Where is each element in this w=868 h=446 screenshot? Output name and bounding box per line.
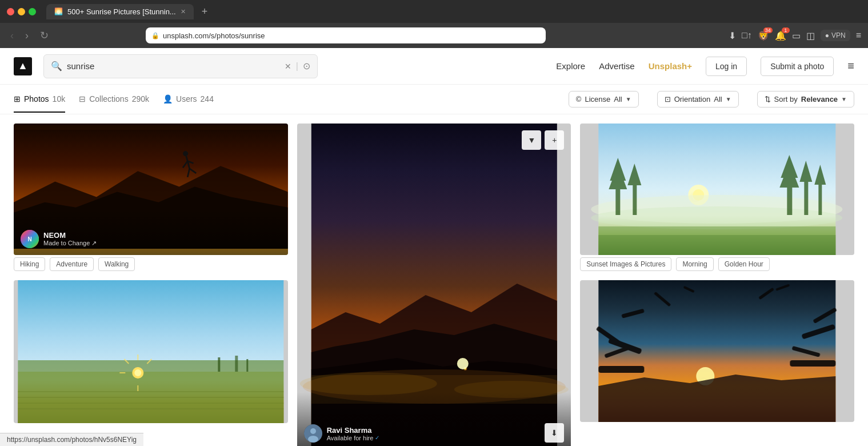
photo-image-6[interactable] <box>580 280 854 422</box>
maximize-button[interactable] <box>29 8 36 15</box>
photo-card-6[interactable] <box>580 280 854 422</box>
tag-morning[interactable]: Morning <box>676 257 713 271</box>
sort-icon: ⇅ <box>765 95 771 103</box>
sort-value: Relevance <box>801 95 838 103</box>
photo-image-3[interactable] <box>580 124 854 255</box>
url-text: unsplash.com/s/photos/sunrise <box>163 31 540 40</box>
license-dropdown-arrow: ▼ <box>626 96 631 102</box>
reader-mode-icon[interactable]: ▭ <box>792 30 801 41</box>
photo-card-2[interactable]: ▼ + <box>297 124 571 446</box>
login-button[interactable]: Log in <box>706 57 747 76</box>
new-tab-button[interactable]: + <box>202 6 208 18</box>
search-icon: 🔍 <box>51 61 62 71</box>
photo-image-4[interactable] <box>14 280 288 423</box>
svg-text:N: N <box>27 236 31 242</box>
photo-tags-3: Sunset Images & Pictures Morning Golden … <box>580 255 854 271</box>
search-clear-button[interactable]: ✕ <box>285 62 291 71</box>
photo-column-2: ▼ + <box>297 124 571 446</box>
verified-icon: ✓ <box>375 435 379 441</box>
photo-grid: N NEOM Made to Change ↗ Hiking Adventure… <box>0 114 868 446</box>
logo-icon: ▲ <box>18 60 28 72</box>
orientation-icon: ⊡ <box>665 95 671 103</box>
photo-card-3[interactable]: Sunset Images & Pictures Morning Golden … <box>580 124 854 271</box>
tab-collections[interactable]: ⊟ Collections 290k <box>79 86 149 113</box>
tab-photos-count: 10k <box>53 94 66 103</box>
visual-search-button[interactable]: ⊙ <box>303 61 310 71</box>
status-bar: https://unsplash.com/photos/hNv5s6NEYig <box>0 433 143 446</box>
tab-users-count: 244 <box>201 94 214 103</box>
ravi-name: Ravi Sharma <box>327 426 380 435</box>
brave-shield-button[interactable]: 🦁34 <box>758 30 769 41</box>
advertise-link[interactable]: Advertise <box>599 61 635 71</box>
photo-tags-1: Hiking Adventure Walking <box>14 255 288 271</box>
ravi-avatar <box>304 424 322 443</box>
users-tab-icon: 👤 <box>163 94 173 103</box>
svg-point-37 <box>299 372 437 395</box>
active-tab[interactable]: 🌅 500+ Sunrise Pictures [Stunnin... ✕ <box>46 4 194 19</box>
svg-rect-28 <box>235 356 238 372</box>
close-button[interactable] <box>7 8 14 15</box>
orientation-dropdown[interactable]: ⊡ Orientation All ▼ <box>657 91 739 107</box>
unsplash-logo[interactable]: ▲ <box>14 57 32 75</box>
vpn-button[interactable]: ● VPN <box>821 30 850 41</box>
photo-column-1: N NEOM Made to Change ↗ Hiking Adventure… <box>14 124 288 446</box>
photo-like-button[interactable]: + <box>545 130 564 150</box>
address-bar[interactable]: 🔒 unsplash.com/s/photos/sunrise <box>146 27 546 43</box>
unsplash-plus-link[interactable]: Unsplash+ <box>649 61 692 71</box>
tab-close-button[interactable]: ✕ <box>181 8 186 15</box>
reload-button[interactable]: ↻ <box>37 27 52 44</box>
license-label: License <box>585 95 610 103</box>
menu-button[interactable]: ≡ <box>856 30 861 41</box>
neom-author-sub: Made to Change ↗ <box>43 240 97 247</box>
browser-chrome: 🌅 500+ Sunrise Pictures [Stunnin... ✕ + <box>0 0 868 23</box>
svg-rect-27 <box>246 359 248 372</box>
neom-author-name: NEOM <box>43 231 97 240</box>
submit-photo-button[interactable]: Submit a photo <box>761 57 834 76</box>
notifications-button[interactable]: 🔔1 <box>775 30 786 41</box>
search-box[interactable]: 🔍 ✕ | ⊙ <box>43 54 318 78</box>
photo-add-to-collection-button[interactable]: ▼ <box>522 130 541 150</box>
photo-column-3: Sunset Images & Pictures Morning Golden … <box>580 124 854 446</box>
tag-hiking[interactable]: Hiking <box>14 257 45 271</box>
header-menu-button[interactable]: ≡ <box>847 59 854 73</box>
tag-sunset-images[interactable]: Sunset Images & Pictures <box>580 257 671 271</box>
nav-bar: ‹ › ↻ 🔒 unsplash.com/s/photos/sunrise ⬇ … <box>0 23 868 48</box>
orientation-dropdown-arrow: ▼ <box>726 96 731 102</box>
back-button[interactable]: ‹ <box>7 27 17 44</box>
svg-rect-26 <box>218 357 220 372</box>
explore-link[interactable]: Explore <box>556 61 585 71</box>
photo-image-1[interactable]: N NEOM Made to Change ↗ <box>14 124 288 255</box>
tag-adventure[interactable]: Adventure <box>50 257 94 271</box>
sort-dropdown[interactable]: ⇅ Sort by Relevance ▼ <box>757 91 854 107</box>
sort-label: Sort by <box>774 95 798 103</box>
tab-collections-label: Collections <box>89 94 128 103</box>
tab-collections-count: 290k <box>132 94 149 103</box>
tab-users[interactable]: 👤 Users 244 <box>163 86 214 113</box>
tab-photos[interactable]: ⊞ Photos 10k <box>14 86 65 113</box>
svg-rect-61 <box>599 235 836 255</box>
minimize-button[interactable] <box>18 8 25 15</box>
ravi-sub: Available for hire ✓ <box>327 435 380 441</box>
photo-card-1[interactable]: N NEOM Made to Change ↗ Hiking Adventure… <box>14 124 288 271</box>
share-icon[interactable]: □↑ <box>742 30 752 41</box>
orientation-label: Orientation <box>674 95 711 103</box>
license-dropdown[interactable]: © License All ▼ <box>569 91 639 107</box>
photo-download-button[interactable]: ⬇ <box>545 423 564 443</box>
photo-image-2[interactable]: ▼ + <box>297 124 571 446</box>
svg-marker-78 <box>599 375 836 422</box>
tag-golden-hour[interactable]: Golden Hour <box>718 257 770 271</box>
forward-button[interactable]: › <box>22 27 32 44</box>
download-icon[interactable]: ⬇ <box>729 30 736 41</box>
search-input[interactable] <box>67 61 280 71</box>
neom-avatar: N <box>21 230 39 248</box>
svg-rect-70 <box>790 360 836 367</box>
photo-author-ravi: Ravi Sharma Available for hire ✓ <box>304 424 380 443</box>
status-url: https://unsplash.com/photos/hNv5s6NEYig <box>7 436 137 444</box>
sort-dropdown-arrow: ▼ <box>841 96 847 102</box>
photo-card-4[interactable] <box>14 280 288 423</box>
tab-photos-label: Photos <box>24 94 49 103</box>
filter-bar: ⊞ Photos 10k ⊟ Collections 290k 👤 Users … <box>0 85 868 114</box>
wallet-icon[interactable]: ◫ <box>806 30 815 41</box>
tag-walking[interactable]: Walking <box>98 257 135 271</box>
tab-favicon: 🌅 <box>54 7 63 15</box>
